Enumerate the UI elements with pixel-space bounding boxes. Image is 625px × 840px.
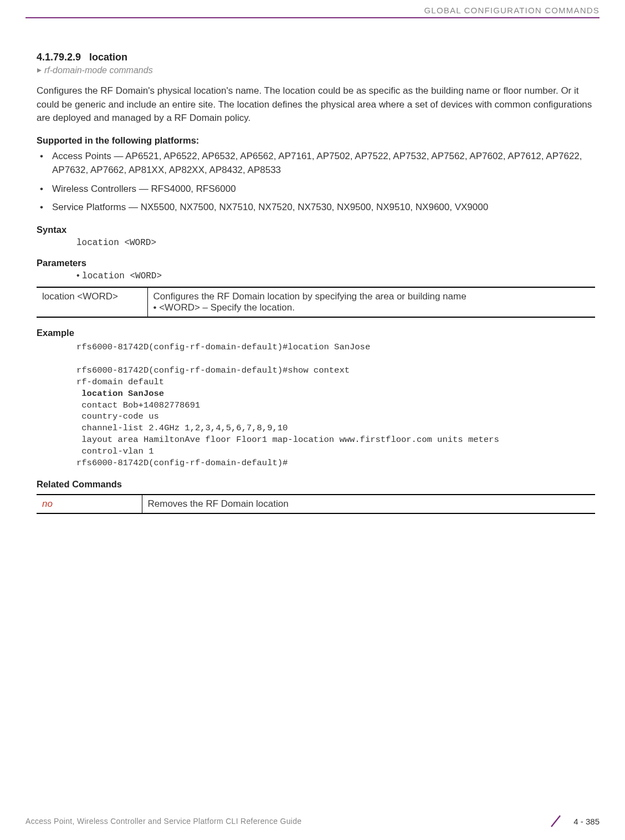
param-desc-cell: Configures the RF Domain location by spe…: [147, 287, 595, 317]
example-block: rfs6000-81742D(config-rf-domain-default)…: [37, 342, 595, 469]
related-desc-cell: Removes the RF Domain location: [142, 495, 595, 513]
footer-slash-icon: [548, 813, 563, 829]
parameters-bullet: • location <WORD>: [37, 271, 595, 281]
section-heading: 4.1.79.2.9 location: [37, 52, 595, 63]
syntax-heading: Syntax: [37, 225, 595, 235]
example-code-post: contact Bob+14082778691 country-code us …: [76, 400, 595, 470]
list-item: Service Platforms — NX5500, NX7500, NX75…: [52, 200, 595, 215]
param-name-cell: location <WORD>: [37, 287, 147, 317]
footer-page-number: 4 - 385: [573, 817, 600, 826]
example-code-bold: location SanJose: [76, 388, 595, 400]
supported-heading: Supported in the following platforms:: [37, 135, 595, 146]
syntax-code: location <WORD>: [37, 237, 595, 248]
related-cmd-cell[interactable]: no: [37, 495, 142, 513]
table-row: location <WORD> Configures the RF Domain…: [37, 287, 595, 317]
example-heading: Example: [37, 328, 595, 338]
table-row: no Removes the RF Domain location: [37, 495, 595, 513]
section-number: 4.1.79.2.9: [37, 52, 81, 63]
list-item: Wireless Controllers — RFS4000, RFS6000: [52, 182, 595, 196]
parameters-table: location <WORD> Configures the RF Domain…: [37, 287, 595, 318]
breadcrumb-text[interactable]: rf-domain-mode commands: [44, 65, 153, 75]
breadcrumb: rf-domain-mode commands: [37, 65, 595, 75]
list-item: Access Points — AP6521, AP6522, AP6532, …: [52, 149, 595, 177]
related-table: no Removes the RF Domain location: [37, 494, 595, 514]
syntax-code-text: location <WORD>: [76, 238, 156, 248]
breadcrumb-arrow-icon: [37, 68, 42, 73]
parameters-bullet-code: location <WORD>: [82, 271, 162, 281]
param-desc-line: Configures the RF Domain location by spe…: [153, 291, 590, 302]
parameters-heading: Parameters: [37, 258, 595, 268]
main-content: 4.1.79.2.9 location rf-domain-mode comma…: [25, 18, 600, 514]
section-title: location: [89, 52, 127, 63]
header-section-label: GLOBAL CONFIGURATION COMMANDS: [25, 0, 600, 16]
supported-list: Access Points — AP6521, AP6522, AP6532, …: [37, 149, 595, 215]
svg-marker-0: [37, 68, 42, 73]
example-code-pre: rfs6000-81742D(config-rf-domain-default)…: [76, 342, 595, 388]
footer-doc-title: Access Point, Wireless Controller and Se…: [25, 817, 301, 826]
svg-line-1: [551, 816, 560, 827]
related-heading: Related Commands: [37, 479, 595, 490]
intro-paragraph: Configures the RF Domain's physical loca…: [37, 84, 595, 125]
param-desc-bullet: <WORD> – Specify the location.: [153, 302, 590, 313]
page-footer: Access Point, Wireless Controller and Se…: [0, 813, 625, 829]
